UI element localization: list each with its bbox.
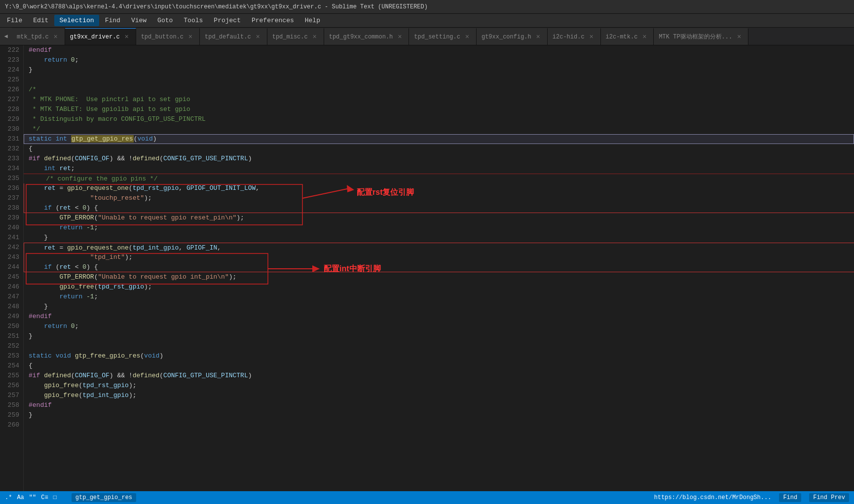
code-line-247: return -1; xyxy=(24,292,854,302)
tab-i2c-mtk[interactable]: i2c-mtk.c × xyxy=(601,28,654,45)
tab-close[interactable]: × xyxy=(588,33,595,41)
tab-gt9xx-driver[interactable]: gt9xx_driver.c × xyxy=(65,28,136,45)
status-wrap[interactable]: □ xyxy=(53,494,57,501)
menu-selection[interactable]: Selection xyxy=(54,15,99,26)
code-line-249: #endif xyxy=(24,312,854,322)
code-line-227: * MTK PHONE: Use pinctrl api to set gpio xyxy=(24,95,854,105)
code-line-242: ret = gpio_request_one(tpd_int_gpio, GPI… xyxy=(24,243,854,252)
code-line-252 xyxy=(24,341,854,351)
menu-file[interactable]: File xyxy=(2,15,27,26)
code-line-257: gpio_free(tpd_int_gpio); xyxy=(24,391,854,400)
code-line-253: static void gtp_free_gpio_res(void) xyxy=(24,351,854,361)
menu-help[interactable]: Help xyxy=(300,15,325,26)
title-bar: Y:\9_0\work2\8788\alps\kernel-4.4\driver… xyxy=(0,0,854,14)
tab-label: tpd_default.c xyxy=(205,34,251,40)
code-line-230: */ xyxy=(24,124,854,134)
tab-label: i2c-hid.c xyxy=(553,34,585,40)
tab-close[interactable]: × xyxy=(311,33,319,41)
tab-close[interactable]: × xyxy=(186,33,194,41)
code-line-254: { xyxy=(24,361,854,371)
code-line-241: } xyxy=(24,233,854,243)
code-line-251: } xyxy=(24,331,854,341)
menu-edit[interactable]: Edit xyxy=(28,15,53,26)
code-line-224: } xyxy=(24,65,854,75)
menu-find[interactable]: Find xyxy=(100,15,125,26)
code-line-245: GTP_ERROR("Unable to request gpio int_pi… xyxy=(24,272,854,282)
tab-tpd-button[interactable]: tpd_button.c × xyxy=(136,28,200,45)
code-line-256: gpio_free(tpd_rst_gpio); xyxy=(24,381,854,391)
status-regex[interactable]: .* xyxy=(5,494,12,501)
tab-close[interactable]: × xyxy=(640,33,648,41)
line-numbers: 222 223 224 225 226 227 228 229 230 231 … xyxy=(0,45,24,491)
code-line-222: #endif xyxy=(24,45,854,55)
tab-label: tpd_gt9xx_common.h xyxy=(329,34,393,40)
status-function-name: gtp_get_gpio_res xyxy=(72,493,136,502)
menu-bar: File Edit Selection Find View Goto Tools… xyxy=(0,14,854,28)
menu-preferences[interactable]: Preferences xyxy=(247,15,299,26)
code-line-231: static int gtp_get_gpio_res(void) xyxy=(24,134,854,144)
tab-label: tpd_button.c xyxy=(141,34,184,40)
menu-goto[interactable]: Goto xyxy=(152,15,178,26)
menu-tools[interactable]: Tools xyxy=(179,15,208,26)
status-find[interactable]: Find xyxy=(779,493,801,502)
tab-mtk-tpd[interactable]: mtk_tpd.c × xyxy=(12,28,65,45)
status-find-prev[interactable]: Find Prev xyxy=(809,493,849,502)
status-symbol[interactable]: C≡ xyxy=(41,494,48,501)
status-bar: .* Aa "" C≡ □ gtp_get_gpio_res https://b… xyxy=(0,491,854,504)
code-line-250: return 0; xyxy=(24,322,854,331)
status-url[interactable]: https://blog.csdn.net/MrDongSh... xyxy=(654,494,772,501)
status-word[interactable]: "" xyxy=(29,494,36,501)
status-case[interactable]: Aa xyxy=(17,494,24,501)
tab-close[interactable]: × xyxy=(463,33,471,41)
code-line-228: * MTK TABLET: Use gpiolib api to set gpi… xyxy=(24,105,854,114)
code-line-259: } xyxy=(24,410,854,420)
code-line-238: if (ret < 0) { xyxy=(24,203,854,213)
tab-close[interactable]: × xyxy=(396,33,404,41)
tab-mtk-analysis[interactable]: MTK TP驱动框架的分析... × xyxy=(654,28,748,45)
tab-tpd-default[interactable]: tpd_default.c × xyxy=(200,28,267,45)
tab-label: MTK TP驱动框架的分析... xyxy=(659,33,732,41)
code-line-246: gpio_free(tpd_rst_gpio); xyxy=(24,282,854,292)
code-line-248: } xyxy=(24,302,854,312)
menu-project[interactable]: Project xyxy=(209,15,246,26)
tab-bar: ◀ mtk_tpd.c × gt9xx_driver.c × tpd_butto… xyxy=(0,28,854,45)
code-area[interactable]: #endif return 0; } /* * MTK PHONE: Use p… xyxy=(24,45,854,491)
code-line-258: #endif xyxy=(24,400,854,410)
code-line-260 xyxy=(24,420,854,430)
code-line-232: { xyxy=(24,144,854,154)
code-line-234: int ret; xyxy=(24,164,854,174)
tab-label: gt9xx_config.h xyxy=(482,34,531,40)
tab-close[interactable]: × xyxy=(735,33,743,41)
code-line-244: if (ret < 0) { xyxy=(24,262,854,272)
tab-i2c-hid[interactable]: i2c-hid.c × xyxy=(548,28,601,45)
tab-label: i2c-mtk.c xyxy=(606,34,638,40)
code-line-226: /* xyxy=(24,85,854,95)
code-line-233: #if defined(CONFIG_OF) && !defined(CONFI… xyxy=(24,154,854,164)
tab-scroll-left[interactable]: ◀ xyxy=(0,28,12,45)
editor-area: 222 223 224 225 226 227 228 229 230 231 … xyxy=(0,45,854,491)
tab-close[interactable]: × xyxy=(123,33,131,41)
title-text: Y:\9_0\work2\8788\alps\kernel-4.4\driver… xyxy=(5,3,428,10)
tab-tpd-misc[interactable]: tpd_misc.c × xyxy=(267,28,324,45)
tab-label: gt9xx_driver.c xyxy=(70,34,120,40)
status-left: .* Aa "" C≡ □ gtp_get_gpio_res xyxy=(5,493,136,502)
code-line-225 xyxy=(24,75,854,85)
code-line-223: return 0; xyxy=(24,55,854,65)
tab-close[interactable]: × xyxy=(534,33,542,41)
tab-label: tpd_setting.c xyxy=(414,34,460,40)
tab-tpd-setting[interactable]: tpd_setting.c × xyxy=(409,28,477,45)
code-line-229: * Distinguish by macro CONFIG_GTP_USE_PI… xyxy=(24,114,854,124)
tab-tpd-common[interactable]: tpd_gt9xx_common.h × xyxy=(324,28,409,45)
code-line-239: GTP_ERROR("Unable to request gpio reset_… xyxy=(24,213,854,223)
tab-label: mtk_tpd.c xyxy=(17,34,49,40)
code-line-236: ret = gpio_request_one(tpd_rst_gpio, GPI… xyxy=(24,183,854,193)
code-line-255: #if defined(CONFIG_OF) && !defined(CONFI… xyxy=(24,371,854,381)
code-line-243: "tpd_int"); xyxy=(24,252,854,262)
code-line-235: /* configure the gpio pins */ xyxy=(24,174,854,183)
code-line-240: return -1; xyxy=(24,223,854,233)
tab-close[interactable]: × xyxy=(52,33,60,41)
tab-gt9xx-config[interactable]: gt9xx_config.h × xyxy=(477,28,548,45)
menu-view[interactable]: View xyxy=(126,15,151,26)
tab-label: tpd_misc.c xyxy=(272,34,308,40)
tab-close[interactable]: × xyxy=(254,33,262,41)
